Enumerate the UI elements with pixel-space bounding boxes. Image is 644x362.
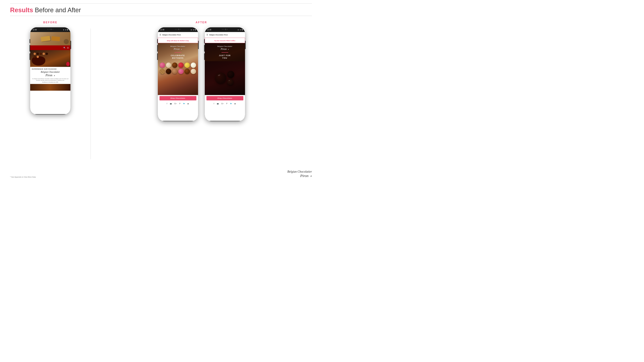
- truffle-ball: [160, 62, 165, 68]
- after-phone2-notch: [222, 29, 228, 30]
- truffle-ball: [166, 69, 171, 74]
- volume-down-button-2: [157, 45, 158, 52]
- truffle-ball: [191, 62, 196, 68]
- after-section: AFTER: [91, 21, 312, 121]
- volume-up-button-3: [204, 39, 205, 43]
- after-phone1-frame: 12:30 ▲ ▲ ▮: [158, 27, 198, 121]
- choc-ball: [46, 53, 48, 55]
- bottom-crest-icon: ⚜: [310, 175, 312, 177]
- front-camera-1: [194, 29, 195, 30]
- google-plus-icon[interactable]: G+: [174, 103, 177, 105]
- after-phone1-app-title: Belgian Chocolatier Piron: [162, 34, 181, 36]
- after-phone1-shop-btn[interactable]: Shop Chocolates: [160, 96, 196, 100]
- power-button-2: [198, 41, 199, 49]
- after-phone2-time: 12:30: [207, 29, 211, 31]
- truffle-ball: [178, 62, 184, 68]
- truffle-ball: [191, 69, 196, 74]
- before-headline: EXPERIENCE OUR PASSION!: [32, 68, 69, 70]
- hamburger-icon[interactable]: ☰: [160, 34, 161, 36]
- google-plus-icon-2[interactable]: G+: [221, 103, 224, 105]
- power-button-3: [245, 41, 246, 49]
- after-phone1-promo-text: Shop Gift Ideas for Mother's Day: [167, 40, 189, 41]
- salt-crystal: [228, 80, 230, 81]
- truffle-ball: [184, 62, 190, 68]
- twitter-icon[interactable]: 🐦: [183, 103, 185, 105]
- before-phone-time: 12:30: [32, 29, 37, 31]
- youtube-icon[interactable]: ▶: [188, 103, 189, 105]
- after-phone1-wrapper: 12:30 ▲ ▲ ▮: [158, 27, 198, 121]
- wifi-icon: ▲: [190, 29, 192, 30]
- pinterest-icon[interactable]: P: [179, 103, 180, 105]
- volume-down-button-3: [204, 45, 205, 52]
- crest-icon-2: ⚜: [228, 49, 229, 50]
- after-phone2-social-row: f 📷 G+ P 🐦 ▶: [205, 101, 245, 106]
- before-logo: Belgian Chocolatier Piron ⚜: [32, 71, 69, 77]
- dark-truffles-group: [214, 70, 235, 86]
- menu-icon[interactable]: ☰: [67, 47, 69, 49]
- hero-bg-celebrate: Belgian Chocolatier Piron ⚜ CELEBRATE MO…: [158, 43, 198, 95]
- before-phone-wrapper: 12:30 ▲ ▲ ▮: [30, 27, 70, 114]
- dark-truffle-2: [227, 71, 234, 78]
- side-truffles: [227, 71, 234, 85]
- twitter-icon-2[interactable]: 🐦: [230, 103, 232, 105]
- silent-button-3: [204, 53, 205, 60]
- truffle-ball: [184, 69, 190, 74]
- after-phone2-hero-logo: Belgian Chocolatier Piron ⚜: [217, 45, 232, 51]
- search-icon[interactable]: 🔍: [64, 47, 66, 49]
- after-section-inner: AFTER: [158, 21, 245, 121]
- instagram-icon[interactable]: 📷: [170, 103, 172, 105]
- title-rule: [10, 16, 312, 16]
- top-rule: [10, 3, 312, 3]
- footnote: * See Appendix to View More Data: [10, 176, 36, 178]
- after-label: AFTER: [196, 21, 207, 24]
- pinterest-icon-2[interactable]: P: [226, 103, 228, 105]
- before-red-bar: 🔍 ☰: [30, 45, 70, 50]
- facebook-icon-2[interactable]: f: [214, 103, 214, 105]
- dark-truffle-main: [215, 72, 226, 83]
- after-phone1-tagline: CELEBRATE MOTHERS: [171, 54, 185, 59]
- before-body-text: Our Belgian-trained Master Chocolatier c…: [32, 78, 69, 81]
- truffle-ball: [172, 62, 178, 68]
- after-phone2-shop-btn[interactable]: Shop Chocolates: [206, 96, 243, 100]
- choc-balls: [34, 53, 49, 58]
- after-phone2-screen: ☰ Belgian Chocolatier Piron Try Our Gana…: [205, 32, 245, 121]
- after-phone1-screen: ☰ Belgian Chocolatier Piron Shop Gift Id…: [158, 32, 198, 121]
- notch-dot-1: [48, 29, 48, 30]
- biscuit-2: [51, 36, 60, 41]
- after-phone1-hero: Belgian Chocolatier Piron ⚜ CELEBRATE MO…: [158, 43, 198, 95]
- facebook-icon[interactable]: f: [167, 103, 167, 105]
- hero-divider-1: [174, 52, 181, 53]
- youtube-icon-2[interactable]: ▶: [234, 103, 236, 105]
- notch-dot-2: [49, 29, 50, 30]
- hamburger-icon-2[interactable]: ☰: [206, 34, 208, 36]
- after-phone1-promo[interactable]: Shop Gift Ideas for Mother's Day: [158, 38, 198, 43]
- instagram-icon-2[interactable]: 📷: [217, 103, 219, 105]
- front-camera: [66, 29, 68, 30]
- logo-crest: ⚜: [54, 75, 55, 77]
- before-tagline: Excellence in Chocolate since 1983.: [32, 82, 69, 83]
- signal-icon: ▲: [240, 29, 241, 30]
- after-phone1-appbar: ☰ Belgian Chocolatier Piron: [158, 32, 198, 38]
- choc-ball: [36, 53, 39, 55]
- title-bold: Results: [10, 6, 33, 13]
- before-label: BEFORE: [43, 21, 58, 24]
- volume-up-button-2: [157, 39, 158, 43]
- notch-dot-3: [53, 29, 53, 30]
- after-phone1-notch: [175, 29, 181, 30]
- after-phone2-promo[interactable]: Try Our Ganache Filled Truffles: [205, 38, 245, 43]
- after-phones-row: 12:30 ▲ ▲ ▮: [158, 27, 245, 121]
- hero-bg-truffles: Belgian Chocolatier Piron ⚜ JUST FOR YOU: [205, 43, 245, 95]
- after-phone1-hero-logo: Belgian Chocolatier Piron ⚜: [170, 45, 186, 51]
- biscuit-1: [40, 36, 50, 41]
- truffle-grid-1: [158, 61, 198, 75]
- before-hero-image: [30, 32, 70, 45]
- title-rest: Before and After: [33, 6, 81, 13]
- silent-button: [30, 53, 30, 60]
- truffle-closeup: [205, 61, 245, 95]
- bottom-logo: Belgian Chocolatier Piron ⚜: [288, 170, 312, 178]
- after-phone1-social-row: f 📷 G+ P 🐦 ▶: [158, 101, 198, 106]
- hero-divider-2: [222, 52, 228, 53]
- notch-circle: [50, 29, 52, 30]
- after-phone2-wrapper: 12:30 ▲ ▲ ▮: [205, 27, 245, 121]
- choc-ball: [42, 53, 45, 55]
